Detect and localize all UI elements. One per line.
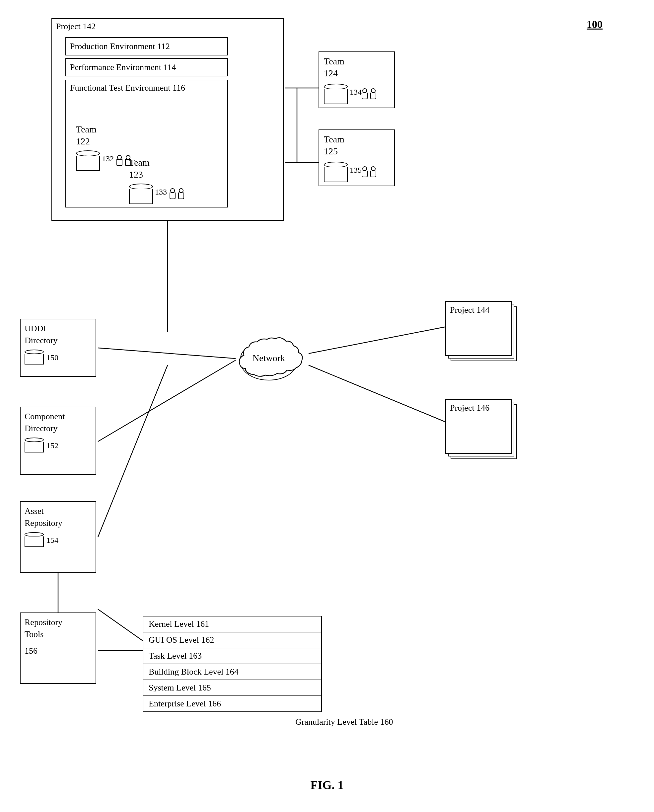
func-env-label: Functional Test Environment 116	[66, 80, 227, 96]
production-env-box: Production Environment 112	[66, 37, 228, 55]
uddi-num: 150	[46, 353, 58, 362]
uddi-box: UDDIDirectory 150	[20, 319, 96, 377]
prod-env-label: Production Environment 112	[70, 41, 170, 51]
db135-icon: 135	[324, 162, 348, 182]
comp-cylinder: 152	[24, 438, 92, 454]
gran-row-4: Building Block Level 164	[143, 664, 321, 680]
granularity-label: Granularity Level Table 160	[295, 717, 393, 727]
team122-group: Team122 132	[76, 124, 132, 171]
repository-tools-box: RepositoryTools 156	[20, 613, 96, 684]
db135-label: 135	[350, 165, 362, 175]
svg-line-5	[309, 365, 445, 421]
project146-group: Project 146	[445, 398, 521, 463]
network-cloud: Network	[232, 332, 305, 385]
team125-label: Team125	[324, 133, 390, 158]
db132-icon: 132	[76, 150, 100, 171]
svg-text:Network: Network	[252, 353, 285, 363]
func-env-box: Functional Test Environment 116 Team122 …	[66, 80, 228, 207]
db134-icon: 134	[324, 84, 348, 104]
team124-group: Team124 134	[319, 51, 395, 108]
svg-line-9	[98, 609, 143, 641]
team123-label: Team123	[129, 157, 185, 181]
diagram: 100 Project 142 Production Environment 1…	[0, 0, 654, 812]
gran-row-5: System Level 165	[143, 680, 321, 696]
svg-line-1	[98, 348, 235, 359]
team125-persons	[361, 166, 377, 178]
tools-label: RepositoryTools	[24, 616, 92, 641]
asset-label: AssetRepository	[24, 505, 92, 530]
component-directory-box: ComponentDirectory 152	[20, 407, 96, 475]
project146-label: Project 146	[446, 400, 511, 416]
team123-group: Team123 133	[129, 157, 185, 204]
db132-label: 132	[102, 154, 114, 163]
gran-row-1: Kernel Level 161	[143, 616, 321, 632]
project142-label: Project 142	[52, 19, 283, 34]
db133-icon: 133	[129, 184, 153, 204]
team124-persons	[361, 88, 377, 100]
svg-line-2	[98, 360, 235, 441]
team125-group: Team125 135	[319, 129, 395, 186]
db134-label: 134	[350, 87, 362, 97]
project142-box: Project 142 Production Environment 112 P…	[52, 18, 284, 221]
asset-num: 154	[46, 536, 58, 545]
team122-label: Team122	[76, 124, 132, 148]
svg-line-4	[309, 327, 445, 354]
gran-row-6: Enterprise Level 166	[143, 696, 321, 712]
gran-row-3: Task Level 163	[143, 648, 321, 664]
granularity-table: Kernel Level 161 GUI OS Level 162 Task L…	[143, 616, 322, 712]
db133-label: 133	[155, 188, 167, 196]
gran-row-2: GUI OS Level 162	[143, 632, 321, 648]
project144-group: Project 144	[445, 300, 521, 365]
comp-label: ComponentDirectory	[24, 411, 92, 435]
team124-label: Team124	[324, 55, 390, 80]
uddi-label: UDDIDirectory	[24, 323, 92, 347]
performance-env-box: Performance Environment 114	[66, 58, 228, 77]
comp-num: 152	[46, 441, 58, 450]
perf-env-label: Performance Environment 114	[70, 63, 176, 72]
asset-cylinder: 154	[24, 532, 92, 549]
uddi-cylinder: 150	[24, 349, 92, 366]
svg-line-3	[98, 365, 168, 537]
figure-title: FIG. 1	[310, 778, 344, 792]
asset-repository-box: AssetRepository 154	[20, 501, 96, 573]
team123-persons	[169, 188, 185, 199]
project144-label: Project 144	[446, 302, 511, 319]
tools-num: 156	[24, 646, 92, 656]
ref-number: 100	[587, 18, 602, 31]
